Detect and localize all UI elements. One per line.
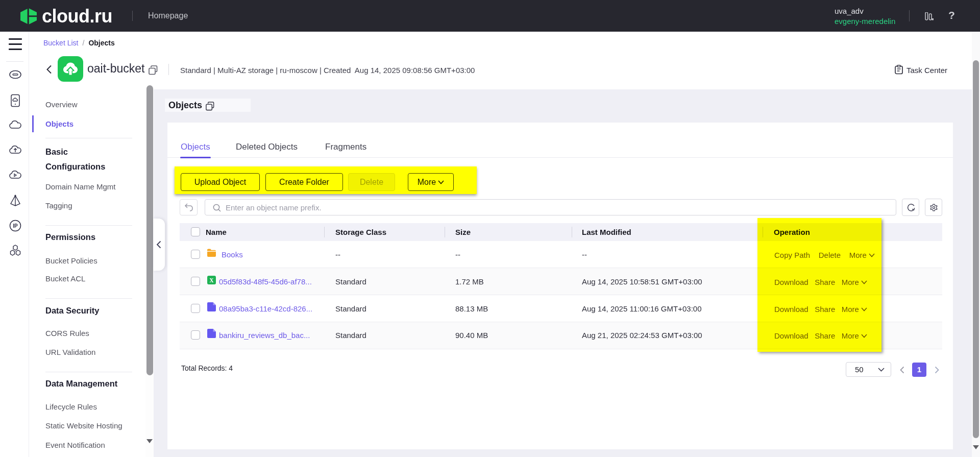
svg-text:X: X xyxy=(209,277,214,283)
svg-text:IP: IP xyxy=(13,223,18,229)
